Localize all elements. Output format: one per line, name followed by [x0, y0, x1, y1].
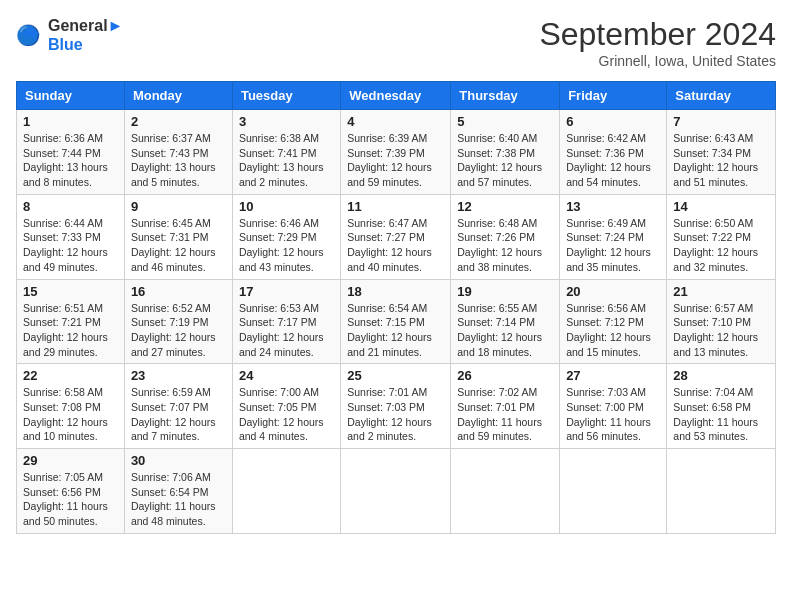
- day-number: 20: [566, 284, 660, 299]
- day-detail: Sunrise: 7:06 AMSunset: 6:54 PMDaylight:…: [131, 471, 216, 527]
- day-number: 8: [23, 199, 118, 214]
- day-detail: Sunrise: 7:01 AMSunset: 7:03 PMDaylight:…: [347, 386, 432, 442]
- empty-cell: [560, 449, 667, 534]
- day-cell-15: 15 Sunrise: 6:51 AMSunset: 7:21 PMDaylig…: [17, 279, 125, 364]
- month-title: September 2024: [539, 16, 776, 53]
- day-detail: Sunrise: 6:39 AMSunset: 7:39 PMDaylight:…: [347, 132, 432, 188]
- col-header-saturday: Saturday: [667, 82, 776, 110]
- day-number: 13: [566, 199, 660, 214]
- day-cell-19: 19 Sunrise: 6:55 AMSunset: 7:14 PMDaylig…: [451, 279, 560, 364]
- day-cell-10: 10 Sunrise: 6:46 AMSunset: 7:29 PMDaylig…: [232, 194, 340, 279]
- day-number: 1: [23, 114, 118, 129]
- day-number: 5: [457, 114, 553, 129]
- day-number: 28: [673, 368, 769, 383]
- day-detail: Sunrise: 6:59 AMSunset: 7:07 PMDaylight:…: [131, 386, 216, 442]
- day-cell-28: 28 Sunrise: 7:04 AMSunset: 6:58 PMDaylig…: [667, 364, 776, 449]
- col-header-friday: Friday: [560, 82, 667, 110]
- day-cell-17: 17 Sunrise: 6:53 AMSunset: 7:17 PMDaylig…: [232, 279, 340, 364]
- day-cell-18: 18 Sunrise: 6:54 AMSunset: 7:15 PMDaylig…: [341, 279, 451, 364]
- day-number: 25: [347, 368, 444, 383]
- day-number: 9: [131, 199, 226, 214]
- day-cell-2: 2 Sunrise: 6:37 AMSunset: 7:43 PMDayligh…: [124, 110, 232, 195]
- day-cell-20: 20 Sunrise: 6:56 AMSunset: 7:12 PMDaylig…: [560, 279, 667, 364]
- col-header-tuesday: Tuesday: [232, 82, 340, 110]
- day-cell-13: 13 Sunrise: 6:49 AMSunset: 7:24 PMDaylig…: [560, 194, 667, 279]
- day-detail: Sunrise: 7:04 AMSunset: 6:58 PMDaylight:…: [673, 386, 758, 442]
- day-number: 12: [457, 199, 553, 214]
- location: Grinnell, Iowa, United States: [539, 53, 776, 69]
- day-detail: Sunrise: 6:44 AMSunset: 7:33 PMDaylight:…: [23, 217, 108, 273]
- day-detail: Sunrise: 7:05 AMSunset: 6:56 PMDaylight:…: [23, 471, 108, 527]
- calendar-table: SundayMondayTuesdayWednesdayThursdayFrid…: [16, 81, 776, 534]
- empty-cell: [232, 449, 340, 534]
- day-number: 16: [131, 284, 226, 299]
- day-number: 7: [673, 114, 769, 129]
- logo: 🔵 General► Blue: [16, 16, 123, 54]
- title-block: September 2024 Grinnell, Iowa, United St…: [539, 16, 776, 69]
- day-number: 10: [239, 199, 334, 214]
- day-number: 11: [347, 199, 444, 214]
- day-cell-9: 9 Sunrise: 6:45 AMSunset: 7:31 PMDayligh…: [124, 194, 232, 279]
- day-cell-11: 11 Sunrise: 6:47 AMSunset: 7:27 PMDaylig…: [341, 194, 451, 279]
- day-number: 24: [239, 368, 334, 383]
- day-detail: Sunrise: 6:49 AMSunset: 7:24 PMDaylight:…: [566, 217, 651, 273]
- day-number: 23: [131, 368, 226, 383]
- day-cell-26: 26 Sunrise: 7:02 AMSunset: 7:01 PMDaylig…: [451, 364, 560, 449]
- empty-cell: [451, 449, 560, 534]
- day-number: 17: [239, 284, 334, 299]
- day-cell-14: 14 Sunrise: 6:50 AMSunset: 7:22 PMDaylig…: [667, 194, 776, 279]
- col-header-thursday: Thursday: [451, 82, 560, 110]
- day-detail: Sunrise: 6:46 AMSunset: 7:29 PMDaylight:…: [239, 217, 324, 273]
- col-header-sunday: Sunday: [17, 82, 125, 110]
- day-number: 2: [131, 114, 226, 129]
- day-detail: Sunrise: 6:42 AMSunset: 7:36 PMDaylight:…: [566, 132, 651, 188]
- day-cell-29: 29 Sunrise: 7:05 AMSunset: 6:56 PMDaylig…: [17, 449, 125, 534]
- day-cell-16: 16 Sunrise: 6:52 AMSunset: 7:19 PMDaylig…: [124, 279, 232, 364]
- day-number: 26: [457, 368, 553, 383]
- day-number: 6: [566, 114, 660, 129]
- day-detail: Sunrise: 7:02 AMSunset: 7:01 PMDaylight:…: [457, 386, 542, 442]
- logo-icon: 🔵: [16, 21, 44, 49]
- day-cell-30: 30 Sunrise: 7:06 AMSunset: 6:54 PMDaylig…: [124, 449, 232, 534]
- day-number: 4: [347, 114, 444, 129]
- empty-cell: [667, 449, 776, 534]
- day-detail: Sunrise: 6:50 AMSunset: 7:22 PMDaylight:…: [673, 217, 758, 273]
- day-cell-22: 22 Sunrise: 6:58 AMSunset: 7:08 PMDaylig…: [17, 364, 125, 449]
- day-number: 14: [673, 199, 769, 214]
- day-cell-8: 8 Sunrise: 6:44 AMSunset: 7:33 PMDayligh…: [17, 194, 125, 279]
- day-cell-27: 27 Sunrise: 7:03 AMSunset: 7:00 PMDaylig…: [560, 364, 667, 449]
- day-cell-23: 23 Sunrise: 6:59 AMSunset: 7:07 PMDaylig…: [124, 364, 232, 449]
- day-detail: Sunrise: 6:51 AMSunset: 7:21 PMDaylight:…: [23, 302, 108, 358]
- day-detail: Sunrise: 6:48 AMSunset: 7:26 PMDaylight:…: [457, 217, 542, 273]
- day-number: 15: [23, 284, 118, 299]
- day-number: 27: [566, 368, 660, 383]
- col-header-monday: Monday: [124, 82, 232, 110]
- day-cell-24: 24 Sunrise: 7:00 AMSunset: 7:05 PMDaylig…: [232, 364, 340, 449]
- day-detail: Sunrise: 6:43 AMSunset: 7:34 PMDaylight:…: [673, 132, 758, 188]
- day-cell-21: 21 Sunrise: 6:57 AMSunset: 7:10 PMDaylig…: [667, 279, 776, 364]
- empty-cell: [341, 449, 451, 534]
- logo-text: General► Blue: [48, 16, 123, 54]
- day-cell-3: 3 Sunrise: 6:38 AMSunset: 7:41 PMDayligh…: [232, 110, 340, 195]
- day-detail: Sunrise: 6:38 AMSunset: 7:41 PMDaylight:…: [239, 132, 324, 188]
- day-detail: Sunrise: 6:55 AMSunset: 7:14 PMDaylight:…: [457, 302, 542, 358]
- day-number: 19: [457, 284, 553, 299]
- day-detail: Sunrise: 6:56 AMSunset: 7:12 PMDaylight:…: [566, 302, 651, 358]
- col-header-wednesday: Wednesday: [341, 82, 451, 110]
- day-number: 3: [239, 114, 334, 129]
- day-detail: Sunrise: 6:52 AMSunset: 7:19 PMDaylight:…: [131, 302, 216, 358]
- day-detail: Sunrise: 6:54 AMSunset: 7:15 PMDaylight:…: [347, 302, 432, 358]
- day-detail: Sunrise: 6:37 AMSunset: 7:43 PMDaylight:…: [131, 132, 216, 188]
- day-number: 30: [131, 453, 226, 468]
- day-detail: Sunrise: 7:00 AMSunset: 7:05 PMDaylight:…: [239, 386, 324, 442]
- day-detail: Sunrise: 6:36 AMSunset: 7:44 PMDaylight:…: [23, 132, 108, 188]
- day-detail: Sunrise: 6:40 AMSunset: 7:38 PMDaylight:…: [457, 132, 542, 188]
- day-detail: Sunrise: 6:53 AMSunset: 7:17 PMDaylight:…: [239, 302, 324, 358]
- day-cell-1: 1 Sunrise: 6:36 AMSunset: 7:44 PMDayligh…: [17, 110, 125, 195]
- day-cell-12: 12 Sunrise: 6:48 AMSunset: 7:26 PMDaylig…: [451, 194, 560, 279]
- day-number: 29: [23, 453, 118, 468]
- day-number: 22: [23, 368, 118, 383]
- day-number: 18: [347, 284, 444, 299]
- day-cell-4: 4 Sunrise: 6:39 AMSunset: 7:39 PMDayligh…: [341, 110, 451, 195]
- day-cell-5: 5 Sunrise: 6:40 AMSunset: 7:38 PMDayligh…: [451, 110, 560, 195]
